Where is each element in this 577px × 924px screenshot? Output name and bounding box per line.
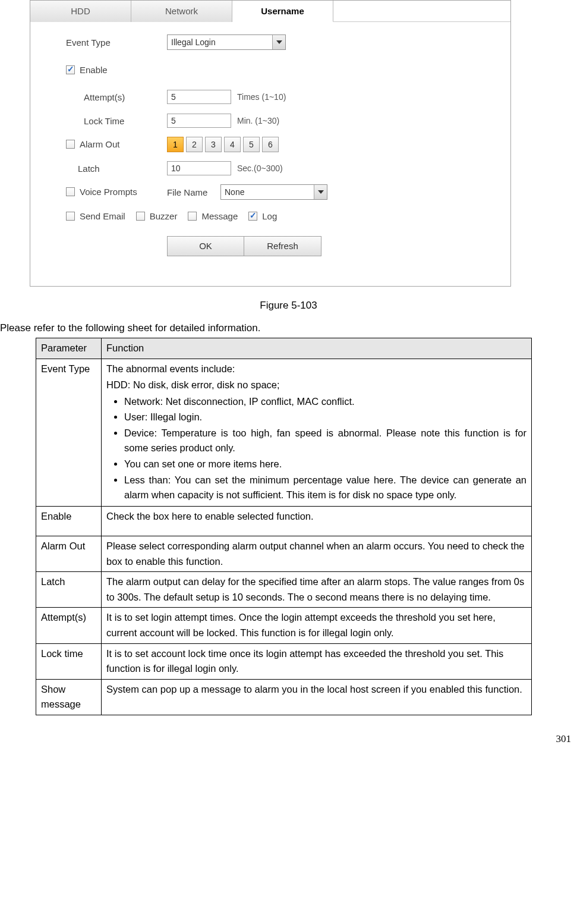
- param-cell: Attempt(s): [36, 608, 102, 643]
- alarm-channel-3[interactable]: 3: [205, 137, 222, 152]
- locktime-input[interactable]: [167, 114, 231, 128]
- func-cell: Please select corresponding alarm output…: [102, 536, 532, 572]
- voice-prompts-checkbox[interactable]: [66, 187, 75, 196]
- event-type-dropdown[interactable]: Illegal Login: [167, 34, 286, 50]
- alarmout-channel-group: 1 2 3 4 5 6: [167, 137, 279, 152]
- table-row: Enable Check the box here to enable sele…: [36, 506, 532, 536]
- table-row: Lock time It is to set account lock time…: [36, 643, 532, 679]
- latch-hint: Sec.(0~300): [237, 164, 283, 173]
- table-header-function: Function: [102, 338, 532, 359]
- sendemail-checkbox[interactable]: [66, 212, 75, 221]
- latch-input[interactable]: [167, 161, 231, 175]
- func-cell: The abnormal events include: HDD: No dis…: [102, 359, 532, 506]
- alarm-channel-6[interactable]: 6: [262, 137, 279, 152]
- filename-label: File Name: [167, 187, 220, 197]
- func-cell: It is to set login attempt times. Once t…: [102, 608, 532, 643]
- param-cell: Latch: [36, 572, 102, 608]
- chevron-down-icon[interactable]: [272, 35, 285, 49]
- message-label: Message: [201, 211, 238, 221]
- attempts-label: Attempt(s): [48, 92, 167, 102]
- param-cell: Alarm Out: [36, 536, 102, 572]
- enable-label: Enable: [80, 65, 108, 75]
- tab-username[interactable]: Username: [232, 1, 333, 22]
- buzzer-label: Buzzer: [150, 211, 178, 221]
- alarm-channel-1[interactable]: 1: [167, 137, 184, 152]
- chevron-down-icon[interactable]: [314, 185, 327, 199]
- sendemail-label: Send Email: [80, 211, 125, 221]
- log-label: Log: [262, 211, 277, 221]
- tab-bar: HDD Network Username: [30, 1, 510, 22]
- param-cell: Show message: [36, 679, 102, 715]
- table-row: Latch The alarm output can delay for the…: [36, 572, 532, 608]
- table-row: Alarm Out Please select corresponding al…: [36, 536, 532, 572]
- table-header-parameter: Parameter: [36, 338, 102, 359]
- figure-caption: Figure 5-103: [0, 300, 577, 312]
- settings-panel: HDD Network Username Event Type Illegal …: [30, 0, 511, 287]
- tab-network[interactable]: Network: [131, 1, 232, 22]
- alarmout-label: Alarm Out: [80, 139, 120, 149]
- enable-checkbox[interactable]: [66, 65, 75, 74]
- table-intro: Please refer to the following sheet for …: [0, 322, 577, 334]
- page-number: 301: [0, 733, 571, 745]
- message-checkbox[interactable]: [188, 212, 197, 221]
- event-type-label: Event Type: [48, 37, 167, 48]
- attempts-input[interactable]: [167, 90, 231, 104]
- refresh-button[interactable]: Refresh: [244, 236, 321, 256]
- alarm-channel-4[interactable]: 4: [224, 137, 241, 152]
- alarm-channel-2[interactable]: 2: [186, 137, 203, 152]
- parameter-table: Parameter Function Event Type The abnorm…: [36, 338, 532, 715]
- filename-dropdown[interactable]: None: [220, 184, 327, 200]
- param-cell: Lock time: [36, 643, 102, 679]
- locktime-hint: Min. (1~30): [237, 116, 279, 125]
- tab-hdd[interactable]: HDD: [30, 1, 131, 22]
- event-type-value: Illegal Login: [171, 37, 216, 47]
- ok-button[interactable]: OK: [167, 236, 244, 256]
- table-row: Event Type The abnormal events include: …: [36, 359, 532, 506]
- param-cell: Enable: [36, 506, 102, 536]
- log-checkbox[interactable]: [248, 212, 257, 221]
- buzzer-checkbox[interactable]: [136, 212, 145, 221]
- filename-value: None: [225, 187, 244, 197]
- voice-prompts-label: Voice Prompts: [80, 187, 137, 197]
- param-cell: Event Type: [36, 359, 102, 506]
- latch-label: Latch: [48, 164, 167, 174]
- func-cell: The alarm output can delay for the speci…: [102, 572, 532, 608]
- attempts-hint: Times (1~10): [237, 92, 286, 102]
- func-cell: Check the box here to enable selected fu…: [102, 506, 532, 536]
- alarm-channel-5[interactable]: 5: [243, 137, 260, 152]
- locktime-label: Lock Time: [48, 116, 167, 126]
- table-row: Attempt(s) It is to set login attempt ti…: [36, 608, 532, 643]
- func-cell: System can pop up a message to alarm you…: [102, 679, 532, 715]
- table-row: Show message System can pop up a message…: [36, 679, 532, 715]
- alarmout-checkbox[interactable]: [66, 140, 75, 149]
- func-cell: It is to set account lock time once its …: [102, 643, 532, 679]
